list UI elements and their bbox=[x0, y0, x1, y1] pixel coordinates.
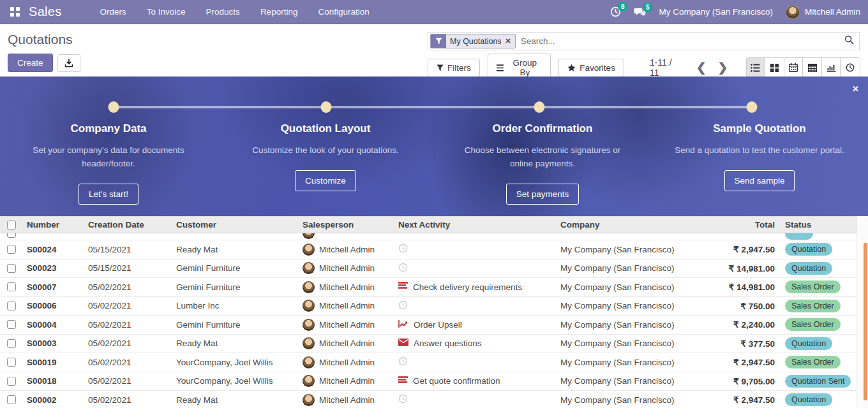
step-title: Order Confirmation bbox=[453, 122, 632, 135]
cell-date: 05/02/2021 bbox=[84, 358, 172, 367]
salesperson-avatar bbox=[303, 375, 315, 387]
clock-icon[interactable] bbox=[398, 300, 408, 312]
clock-icon[interactable] bbox=[398, 356, 408, 368]
nav-menu-products[interactable]: Products bbox=[206, 7, 240, 17]
user-avatar[interactable] bbox=[786, 5, 800, 19]
pager-range: 1-11 / 11 bbox=[650, 57, 682, 78]
cell-salesperson: Mitchell Admin bbox=[319, 320, 375, 330]
cell-customer: YourCompany, Joel Willis bbox=[172, 376, 299, 386]
status-badge: Quotation Sent bbox=[785, 375, 851, 388]
clock-icon[interactable] bbox=[398, 394, 408, 405]
cell-salesperson: Mitchell Admin bbox=[319, 282, 375, 292]
row-checkbox[interactable] bbox=[7, 264, 16, 273]
col-header-customer[interactable]: Customer bbox=[172, 220, 299, 229]
row-checkbox[interactable] bbox=[7, 245, 16, 254]
search-facet-label: My Quotations bbox=[450, 37, 502, 46]
bars-icon bbox=[497, 64, 504, 71]
onboarding-banner: ✕ Company Data Set your company's data f… bbox=[0, 76, 868, 216]
salesperson-avatar bbox=[303, 281, 315, 293]
tasks-list-icon[interactable] bbox=[398, 376, 408, 386]
step-order-confirmation: Order Confirmation Choose between electr… bbox=[434, 122, 651, 205]
email-icon[interactable] bbox=[398, 339, 408, 348]
table-row[interactable]: S00006 05/02/2021 Lumber Inc Mitchell Ad… bbox=[0, 297, 857, 316]
select-all-checkbox[interactable] bbox=[7, 221, 16, 229]
col-header-creation-date[interactable]: Creation Date bbox=[84, 220, 172, 229]
cell-date: 05/15/2021 bbox=[84, 263, 172, 273]
banner-close-icon[interactable]: ✕ bbox=[852, 84, 859, 94]
clock-icon[interactable] bbox=[398, 263, 408, 274]
create-button[interactable]: Create bbox=[8, 54, 53, 72]
status-badge: Sales Order bbox=[785, 356, 841, 368]
activities-icon[interactable]: 8 bbox=[610, 6, 621, 17]
app-title[interactable]: Sales bbox=[29, 4, 62, 19]
cell-customer: Lumber Inc bbox=[172, 301, 299, 310]
send-sample-button[interactable]: Send sample bbox=[724, 170, 795, 191]
progress-dot-2 bbox=[321, 101, 332, 113]
view-activity-icon[interactable] bbox=[841, 58, 860, 77]
step-company-data: Company Data Set your company's data for… bbox=[0, 122, 217, 205]
row-checkbox[interactable] bbox=[7, 339, 16, 348]
favorites-button[interactable]: Favorites bbox=[558, 59, 624, 77]
facet-remove-icon[interactable]: ✕ bbox=[505, 37, 511, 45]
row-checkbox[interactable] bbox=[7, 320, 16, 329]
vertical-scrollbar-thumb[interactable] bbox=[864, 243, 867, 400]
messages-icon[interactable]: 5 bbox=[634, 7, 646, 17]
row-checkbox[interactable] bbox=[7, 395, 16, 404]
table-row[interactable]: S00002 05/02/2021 Ready Mat Mitchell Adm… bbox=[0, 391, 857, 408]
row-checkbox[interactable] bbox=[7, 282, 16, 291]
lets-start-button[interactable]: Let's start! bbox=[79, 184, 138, 205]
cell-activity-label: Order Upsell bbox=[414, 320, 462, 330]
view-list-icon[interactable] bbox=[747, 58, 766, 77]
cell-salesperson: Mitchell Admin bbox=[319, 358, 375, 367]
search-facet-my-quotations[interactable]: My Quotations ✕ bbox=[430, 34, 516, 48]
upsell-chart-icon[interactable] bbox=[398, 319, 408, 330]
cell-activity-label: Get quote confirmation bbox=[413, 376, 500, 386]
pager-prev-icon[interactable]: ❮ bbox=[696, 62, 707, 73]
row-checkbox[interactable] bbox=[7, 377, 16, 386]
row-checkbox[interactable] bbox=[7, 358, 16, 367]
nav-menu-orders[interactable]: Orders bbox=[100, 7, 126, 17]
tasks-list-icon[interactable] bbox=[398, 282, 408, 292]
nav-menu-to-invoice[interactable]: To Invoice bbox=[147, 7, 186, 17]
col-header-next-activity[interactable]: Next Activity bbox=[394, 220, 557, 229]
view-graph-icon[interactable] bbox=[822, 58, 841, 77]
table-row[interactable]: S00003 05/02/2021 Ready Mat Mitchell Adm… bbox=[0, 335, 857, 354]
nav-menu-reporting[interactable]: Reporting bbox=[260, 7, 298, 17]
export-icon-button[interactable] bbox=[57, 54, 80, 72]
table-row[interactable]: S00023 05/15/2021 Gemini Furniture Mitch… bbox=[0, 259, 857, 279]
view-pivot-icon[interactable] bbox=[803, 58, 822, 77]
col-header-number[interactable]: Number bbox=[23, 220, 84, 229]
col-header-total[interactable]: Total bbox=[701, 220, 779, 229]
col-header-salesperson[interactable]: Salesperson bbox=[299, 220, 394, 229]
progress-dot-4 bbox=[746, 101, 757, 113]
partially-scrolled-row[interactable] bbox=[0, 233, 857, 240]
user-menu[interactable]: Mitchell Admin bbox=[805, 7, 860, 17]
clock-icon[interactable] bbox=[398, 244, 408, 255]
table-row[interactable]: S00007 05/02/2021 Gemini Furniture Mitch… bbox=[0, 278, 857, 297]
col-header-status[interactable]: Status bbox=[779, 220, 857, 229]
table-row[interactable]: S00018 05/02/2021 YourCompany, Joel Will… bbox=[0, 372, 857, 391]
company-switcher[interactable]: My Company (San Francisco) bbox=[659, 7, 773, 17]
cell-company: My Company (San Francisco) bbox=[557, 320, 701, 330]
col-header-company[interactable]: Company bbox=[557, 220, 701, 229]
table-row[interactable]: S00024 05/15/2021 Ready Mat Mitchell Adm… bbox=[0, 240, 857, 259]
filters-button[interactable]: Filters bbox=[428, 59, 480, 77]
cell-number: S00018 bbox=[23, 376, 84, 386]
search-icon[interactable] bbox=[844, 35, 854, 47]
view-calendar-icon[interactable] bbox=[784, 58, 804, 77]
nav-menu-configuration[interactable]: Configuration bbox=[318, 7, 369, 17]
table-row[interactable]: S00004 05/02/2021 Gemini Furniture Mitch… bbox=[0, 316, 857, 335]
set-payments-button[interactable]: Set payments bbox=[506, 184, 580, 205]
search-bar[interactable]: My Quotations ✕ bbox=[428, 32, 860, 50]
table-row[interactable]: S00019 05/02/2021 YourCompany, Joel Will… bbox=[0, 353, 857, 372]
cell-total: ₹ 9,705.00 bbox=[701, 376, 779, 386]
customize-button[interactable]: Customize bbox=[295, 170, 356, 191]
status-badge: Quotation bbox=[785, 262, 832, 275]
cell-salesperson: Mitchell Admin bbox=[319, 395, 375, 405]
row-checkbox[interactable] bbox=[7, 302, 16, 310]
vertical-scrollbar-track[interactable] bbox=[857, 216, 868, 408]
pager-next-icon[interactable]: ❯ bbox=[718, 62, 728, 73]
view-kanban-icon[interactable] bbox=[765, 58, 784, 77]
search-input[interactable] bbox=[516, 36, 844, 46]
apps-menu-icon[interactable] bbox=[10, 7, 20, 17]
